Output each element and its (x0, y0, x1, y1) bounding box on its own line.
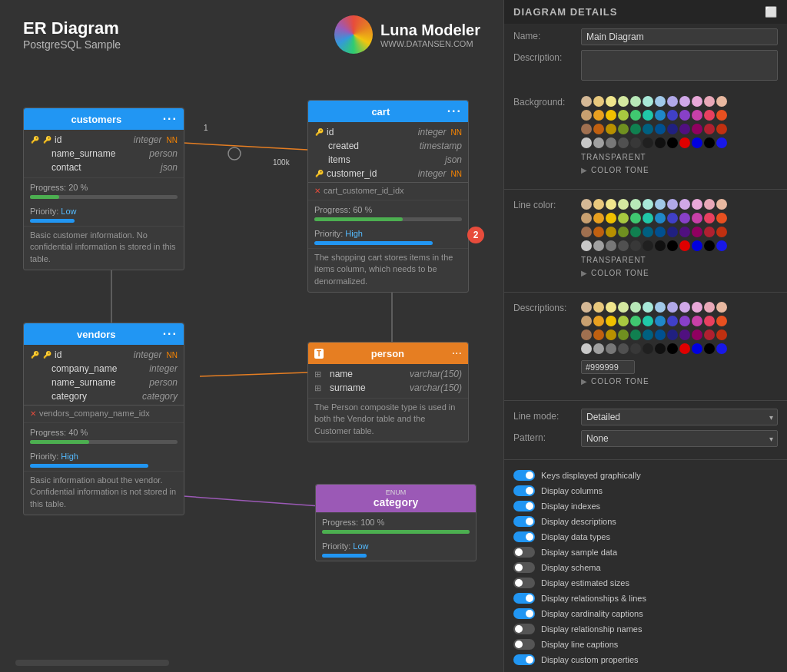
toggle-1[interactable] (513, 485, 535, 496)
color-swatch[interactable] (716, 343, 727, 354)
category-table[interactable]: ENUM category Progress: 100 % Priority: … (315, 484, 477, 561)
color-swatch[interactable] (643, 213, 653, 223)
color-swatch[interactable] (606, 96, 616, 107)
color-swatch[interactable] (704, 227, 715, 237)
color-swatch[interactable] (716, 316, 727, 326)
panel-close-icon[interactable]: ⬜ (765, 6, 778, 18)
color-swatch[interactable] (581, 96, 592, 107)
color-swatch[interactable] (606, 302, 616, 313)
color-swatch[interactable] (667, 227, 678, 237)
cart-table[interactable]: cart ··· 🔑 id integer NN created timesta… (307, 100, 469, 293)
color-swatch[interactable] (593, 124, 604, 134)
color-swatch[interactable] (655, 124, 666, 134)
color-swatch[interactable] (606, 240, 616, 251)
color-swatch[interactable] (630, 137, 641, 148)
color-swatch[interactable] (618, 199, 629, 210)
color-swatch[interactable] (593, 213, 604, 223)
color-swatch[interactable] (667, 110, 678, 121)
color-swatch[interactable] (716, 124, 727, 134)
color-swatch[interactable] (593, 343, 604, 354)
color-swatch[interactable] (704, 240, 715, 251)
color-swatch[interactable] (716, 199, 727, 210)
toggle-8[interactable] (513, 593, 535, 604)
color-swatch[interactable] (593, 110, 604, 121)
color-swatch[interactable] (692, 329, 702, 340)
toggle-9[interactable] (513, 608, 535, 619)
color-swatch[interactable] (630, 227, 641, 237)
toggle-5[interactable] (513, 547, 535, 558)
color-swatch[interactable] (655, 227, 666, 237)
color-swatch[interactable] (679, 343, 690, 354)
canvas-scrollbar[interactable] (15, 660, 169, 666)
color-swatch[interactable] (618, 96, 629, 107)
color-swatch[interactable] (618, 302, 629, 313)
color-swatch[interactable] (655, 137, 666, 148)
color-swatch[interactable] (581, 343, 592, 354)
color-swatch[interactable] (667, 302, 678, 313)
customers-table-header[interactable]: customers ··· (24, 108, 184, 130)
color-swatch[interactable] (655, 329, 666, 340)
color-swatch[interactable] (655, 110, 666, 121)
color-swatch[interactable] (679, 96, 690, 107)
color-swatch[interactable] (618, 137, 629, 148)
color-swatch[interactable] (704, 213, 715, 223)
color-swatch[interactable] (643, 124, 653, 134)
color-swatch[interactable] (618, 213, 629, 223)
color-swatch[interactable] (679, 329, 690, 340)
color-swatch[interactable] (618, 316, 629, 326)
color-swatch[interactable] (716, 110, 727, 121)
color-swatch[interactable] (618, 329, 629, 340)
color-swatch[interactable] (630, 240, 641, 251)
color-swatch[interactable] (618, 110, 629, 121)
color-swatch[interactable] (606, 316, 616, 326)
color-swatch[interactable] (606, 199, 616, 210)
color-swatch[interactable] (692, 227, 702, 237)
toggle-7[interactable] (513, 578, 535, 588)
color-swatch[interactable] (679, 199, 690, 210)
color-swatch[interactable] (692, 240, 702, 251)
color-swatch[interactable] (704, 302, 715, 313)
color-swatch[interactable] (704, 343, 715, 354)
color-swatch[interactable] (581, 316, 592, 326)
color-swatch[interactable] (667, 96, 678, 107)
color-swatch[interactable] (716, 213, 727, 223)
color-swatch[interactable] (593, 227, 604, 237)
color-swatch[interactable] (716, 240, 727, 251)
color-swatch[interactable] (692, 96, 702, 107)
color-swatch[interactable] (593, 137, 604, 148)
color-swatch[interactable] (716, 302, 727, 313)
color-swatch[interactable] (606, 213, 616, 223)
color-swatch[interactable] (692, 124, 702, 134)
toggle-2[interactable] (513, 501, 535, 511)
color-tone-label-1[interactable]: ▶ COLOR TONE (581, 164, 778, 176)
color-swatch[interactable] (606, 137, 616, 148)
color-swatch[interactable] (630, 316, 641, 326)
category-table-header[interactable]: ENUM category (316, 485, 476, 512)
color-swatch[interactable] (618, 124, 629, 134)
color-swatch[interactable] (716, 137, 727, 148)
toggle-10[interactable] (513, 624, 535, 634)
toggle-11[interactable] (513, 639, 535, 650)
color-swatch[interactable] (655, 343, 666, 354)
hex-color-input[interactable] (581, 360, 635, 374)
color-swatch[interactable] (606, 227, 616, 237)
toggle-4[interactable] (513, 531, 535, 542)
person-table-header[interactable]: T person ··· (308, 343, 468, 364)
color-swatch[interactable] (593, 316, 604, 326)
color-swatch[interactable] (593, 96, 604, 107)
color-swatch[interactable] (679, 110, 690, 121)
color-swatch[interactable] (655, 199, 666, 210)
color-swatch[interactable] (679, 240, 690, 251)
color-swatch[interactable] (643, 227, 653, 237)
color-swatch[interactable] (655, 302, 666, 313)
color-swatch[interactable] (581, 124, 592, 134)
color-swatch[interactable] (643, 316, 653, 326)
color-tone-label-2[interactable]: ▶ COLOR TONE (581, 267, 778, 279)
cart-table-menu[interactable]: ··· (447, 104, 462, 118)
vendors-table-header[interactable]: vendors ··· (24, 323, 184, 345)
color-swatch[interactable] (692, 199, 702, 210)
color-swatch[interactable] (692, 110, 702, 121)
color-swatch[interactable] (679, 137, 690, 148)
color-swatch[interactable] (581, 302, 592, 313)
color-swatch[interactable] (593, 240, 604, 251)
